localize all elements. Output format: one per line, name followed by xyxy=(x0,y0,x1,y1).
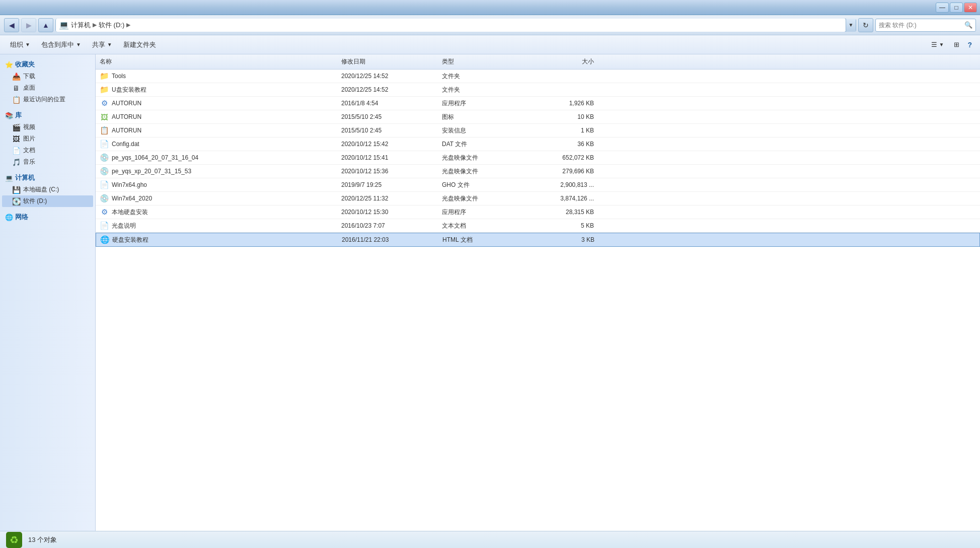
change-view-icon: ⊞ xyxy=(954,41,959,48)
sidebar-item-music[interactable]: 🎵 音乐 xyxy=(2,156,93,168)
col-header-size[interactable]: 大小 xyxy=(529,56,604,67)
file-type-cell: 光盘映像文件 xyxy=(438,153,529,163)
file-date-cell: 2020/12/25 11:32 xyxy=(337,194,438,203)
sidebar-header-network[interactable]: 🌐 网络 xyxy=(2,211,93,223)
search-bar: 🔍 xyxy=(875,19,976,32)
back-button[interactable]: ◀ xyxy=(4,18,19,32)
file-name: pe_yqs_xp_20_07_31_15_53 xyxy=(112,168,191,175)
col-header-type[interactable]: 类型 xyxy=(438,56,529,67)
breadcrumb-dropdown[interactable]: ▼ xyxy=(846,19,856,32)
file-date-cell: 2016/11/21 22:03 xyxy=(338,235,438,244)
file-type-cell: 文本文档 xyxy=(438,221,529,231)
file-icon: 📋 xyxy=(100,126,109,135)
file-name-cell: 🌐 硬盘安装教程 xyxy=(96,234,338,245)
network-label: 网络 xyxy=(15,213,28,222)
documents-label: 文档 xyxy=(23,146,35,155)
file-icon: 📄 xyxy=(100,180,109,189)
share-button[interactable]: 共享 ▼ xyxy=(87,37,117,52)
help-button[interactable]: ? xyxy=(964,37,975,52)
file-date-cell: 2016/10/23 7:07 xyxy=(337,221,438,230)
file-size-cell: 36 KB xyxy=(529,140,604,149)
table-row[interactable]: 🌐 硬盘安装教程 2016/11/21 22:03 HTML 文档 3 KB xyxy=(96,233,980,247)
file-size-cell: 5 KB xyxy=(529,221,604,230)
sidebar-header-favorites[interactable]: ⭐ 收藏夹 xyxy=(2,58,93,71)
table-row[interactable]: 💿 Win7x64_2020 2020/12/25 11:32 光盘映像文件 3… xyxy=(96,192,980,206)
sidebar: ⭐ 收藏夹 📥 下载 🖥 桌面 📋 最近访问的位置 📚 库 xyxy=(0,54,96,531)
table-row[interactable]: ⚙ AUTORUN 2016/1/8 4:54 应用程序 1,926 KB xyxy=(96,97,980,110)
file-name-cell: ⚙ AUTORUN xyxy=(96,98,337,109)
sidebar-item-recent[interactable]: 📋 最近访问的位置 xyxy=(2,94,93,105)
file-icon: 💿 xyxy=(100,167,109,176)
file-date-cell: 2020/10/12 15:30 xyxy=(337,208,438,217)
table-row[interactable]: 🖼 AUTORUN 2015/5/10 2:45 图标 10 KB xyxy=(96,110,980,124)
sidebar-header-library[interactable]: 📚 库 xyxy=(2,109,93,121)
sidebar-item-drive-c[interactable]: 💾 本地磁盘 (C:) xyxy=(2,184,93,195)
file-name: U盘安装教程 xyxy=(112,86,146,94)
view-button[interactable]: ☰ ▼ xyxy=(926,37,949,52)
new-folder-label: 新建文件夹 xyxy=(123,40,156,49)
table-row[interactable]: 📋 AUTORUN 2015/5/10 2:45 安装信息 1 KB xyxy=(96,124,980,138)
table-row[interactable]: 📁 Tools 2020/12/25 14:52 文件夹 xyxy=(96,70,980,83)
archive-button[interactable]: 包含到库中 ▼ xyxy=(36,37,86,52)
file-area: 名称 修改日期 类型 大小 📁 Tools 2020/12/25 14:52 文… xyxy=(96,54,980,531)
file-size-cell: 279,696 KB xyxy=(529,167,604,176)
search-input[interactable] xyxy=(879,22,962,29)
col-header-name[interactable]: 名称 xyxy=(96,56,337,67)
status-count: 13 个对象 xyxy=(28,535,57,544)
organize-button[interactable]: 组织 ▼ xyxy=(5,37,35,52)
table-row[interactable]: 📄 Win7x64.gho 2019/9/7 19:25 GHO 文件 2,90… xyxy=(96,178,980,192)
file-name-cell: 💿 Win7x64_2020 xyxy=(96,193,337,204)
close-button[interactable]: ✕ xyxy=(964,3,977,13)
video-label: 视频 xyxy=(23,123,35,131)
table-row[interactable]: 📄 光盘说明 2016/10/23 7:07 文本文档 5 KB xyxy=(96,219,980,233)
table-row[interactable]: 💿 pe_yqs_xp_20_07_31_15_53 2020/10/12 15… xyxy=(96,165,980,178)
address-bar: ◀ ▶ ▲ 💻 计算机 ▶ 软件 (D:) ▶ ▼ ↻ 🔍 xyxy=(0,15,980,35)
toolbar-right: ☰ ▼ ⊞ ? xyxy=(926,37,975,52)
new-folder-button[interactable]: 新建文件夹 xyxy=(118,37,161,52)
file-name: AUTORUN xyxy=(112,127,141,134)
status-bar: ♻ 13 个对象 xyxy=(0,531,980,548)
file-type-cell: DAT 文件 xyxy=(438,139,529,150)
library-icon: 📚 xyxy=(5,112,13,119)
maximize-button[interactable]: □ xyxy=(950,3,963,13)
table-row[interactable]: 📁 U盘安装教程 2020/12/25 14:52 文件夹 xyxy=(96,83,980,97)
drive-c-label: 本地磁盘 (C:) xyxy=(23,185,59,194)
breadcrumb-computer[interactable]: 计算机 xyxy=(71,21,91,30)
drive-d-icon: 💽 xyxy=(12,197,20,206)
sidebar-header-computer[interactable]: 💻 计算机 xyxy=(2,172,93,184)
table-row[interactable]: 📄 Config.dat 2020/10/12 15:42 DAT 文件 36 … xyxy=(96,138,980,151)
minimize-button[interactable]: — xyxy=(936,3,949,13)
sidebar-item-drive-d[interactable]: 💽 软件 (D:) xyxy=(2,195,93,207)
change-view-button[interactable]: ⊞ xyxy=(951,37,962,52)
forward-button[interactable]: ▶ xyxy=(21,18,36,32)
file-icon: ⚙ xyxy=(100,208,109,217)
table-row[interactable]: ⚙ 本地硬盘安装 2020/10/12 15:30 应用程序 28,315 KB xyxy=(96,206,980,219)
table-row[interactable]: 💿 pe_yqs_1064_20_07_31_16_04 2020/10/12 … xyxy=(96,151,980,165)
col-header-date[interactable]: 修改日期 xyxy=(337,56,438,67)
file-name-cell: 📁 U盘安装教程 xyxy=(96,84,337,95)
sidebar-item-downloads[interactable]: 📥 下载 xyxy=(2,71,93,82)
file-name: 光盘说明 xyxy=(112,222,136,230)
sidebar-item-documents[interactable]: 📄 文档 xyxy=(2,145,93,156)
file-type-cell: 安装信息 xyxy=(438,125,529,136)
breadcrumb-drive[interactable]: 软件 (D:) xyxy=(99,21,124,30)
recent-icon: 📋 xyxy=(12,96,20,104)
file-name-cell: 📋 AUTORUN xyxy=(96,125,337,136)
downloads-icon: 📥 xyxy=(12,73,20,81)
file-list: 📁 Tools 2020/12/25 14:52 文件夹 📁 U盘安装教程 20… xyxy=(96,70,980,247)
sidebar-item-desktop[interactable]: 🖥 桌面 xyxy=(2,82,93,94)
file-size-cell: 652,072 KB xyxy=(529,153,604,162)
sidebar-item-video[interactable]: 🎬 视频 xyxy=(2,121,93,133)
file-date-cell: 2020/12/25 14:52 xyxy=(337,72,438,81)
organize-label: 组织 xyxy=(10,40,23,49)
file-name-cell: 💿 pe_yqs_xp_20_07_31_15_53 xyxy=(96,166,337,177)
file-date-cell: 2020/10/12 15:41 xyxy=(337,153,438,162)
file-size-cell: 1 KB xyxy=(529,126,604,135)
refresh-button[interactable]: ↻ xyxy=(858,18,873,32)
archive-label: 包含到库中 xyxy=(41,40,74,49)
file-type-cell: 应用程序 xyxy=(438,207,529,218)
up-button[interactable]: ▲ xyxy=(38,18,53,32)
view-icon: ☰ xyxy=(931,41,937,48)
sidebar-item-pictures[interactable]: 🖼 图片 xyxy=(2,133,93,145)
file-type-cell: 光盘映像文件 xyxy=(438,166,529,177)
